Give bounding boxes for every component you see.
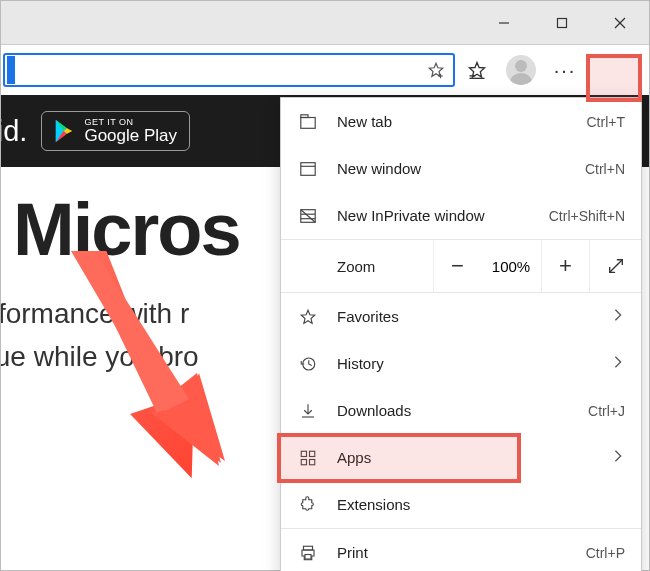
download-icon xyxy=(297,400,319,422)
profile-button[interactable] xyxy=(499,48,543,92)
maximize-button[interactable] xyxy=(533,1,591,45)
svg-line-19 xyxy=(301,209,315,222)
svg-rect-29 xyxy=(301,459,306,464)
apps-icon xyxy=(297,447,319,469)
favorites-pane-icon[interactable] xyxy=(455,48,499,92)
menu-print[interactable]: Print Ctrl+P xyxy=(281,529,641,571)
browser-window: ··· roid. GET IT ON Google Play w Micros… xyxy=(0,0,650,571)
toolbar: ··· xyxy=(1,45,649,95)
extension-icon xyxy=(297,494,319,516)
star-icon xyxy=(297,306,319,328)
chevron-right-icon xyxy=(611,355,625,372)
svg-line-22 xyxy=(609,260,622,273)
svg-rect-16 xyxy=(301,162,315,175)
menu-downloads[interactable]: Downloads Ctrl+J xyxy=(281,387,641,434)
menu-new-tab[interactable]: New tab Ctrl+T xyxy=(281,98,641,145)
minimize-button[interactable] xyxy=(475,1,533,45)
menu-zoom: Zoom − 100% + xyxy=(281,240,641,292)
zoom-in-button[interactable]: + xyxy=(541,240,589,292)
chevron-right-icon xyxy=(611,449,625,466)
svg-rect-27 xyxy=(301,451,306,456)
svg-rect-32 xyxy=(305,554,311,559)
add-favorite-icon[interactable] xyxy=(419,53,453,87)
print-icon xyxy=(297,542,319,564)
addr-selection xyxy=(7,56,15,84)
menu-favorites[interactable]: Favorites xyxy=(281,293,641,340)
inprivate-icon xyxy=(297,205,319,227)
zoom-out-button[interactable]: − xyxy=(433,240,481,292)
menu-history[interactable]: History xyxy=(281,340,641,387)
google-play-icon xyxy=(54,119,76,143)
svg-marker-7 xyxy=(470,63,485,78)
menu-new-inprivate[interactable]: New InPrivate window Ctrl+Shift+N xyxy=(281,192,641,239)
menu-apps[interactable]: Apps xyxy=(281,434,641,481)
google-play-text: GET IT ON Google Play xyxy=(84,118,177,144)
menu-extensions[interactable]: Extensions xyxy=(281,481,641,528)
close-button[interactable] xyxy=(591,1,649,45)
svg-marker-23 xyxy=(301,310,315,323)
chevron-right-icon xyxy=(611,308,625,325)
zoom-label: Zoom xyxy=(281,258,433,275)
history-icon xyxy=(297,353,319,375)
zoom-value: 100% xyxy=(481,258,541,275)
new-window-icon xyxy=(297,158,319,180)
google-play-badge[interactable]: GET IT ON Google Play xyxy=(41,111,190,151)
svg-rect-14 xyxy=(301,117,315,128)
svg-rect-28 xyxy=(310,451,315,456)
svg-rect-30 xyxy=(310,459,315,464)
settings-menu: New tab Ctrl+T New window Ctrl+N New InP… xyxy=(280,97,642,571)
settings-and-more-button[interactable]: ··· xyxy=(543,48,587,92)
svg-rect-15 xyxy=(301,114,308,117)
avatar-icon xyxy=(506,55,536,85)
new-tab-icon xyxy=(297,111,319,133)
banner-text: roid. xyxy=(1,115,27,148)
svg-rect-1 xyxy=(558,18,567,27)
menu-new-window[interactable]: New window Ctrl+N xyxy=(281,145,641,192)
titlebar xyxy=(1,1,649,45)
address-bar[interactable] xyxy=(3,53,455,87)
fullscreen-button[interactable] xyxy=(589,240,641,292)
